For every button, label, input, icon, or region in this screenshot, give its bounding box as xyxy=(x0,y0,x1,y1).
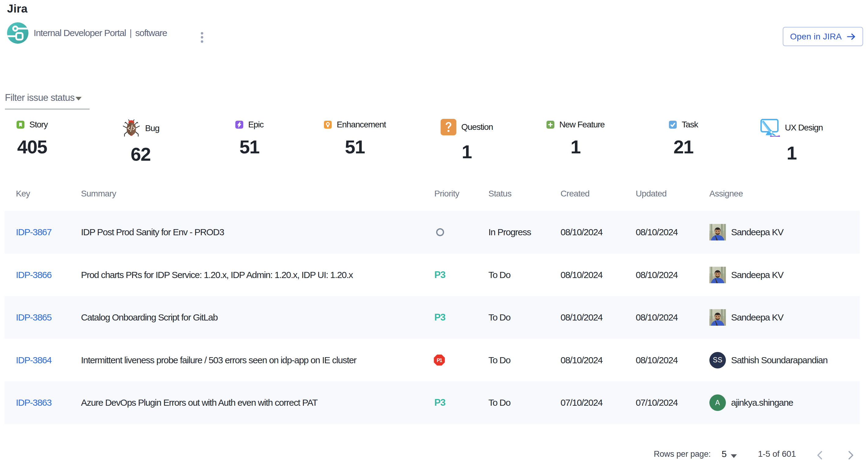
filter-underline xyxy=(5,109,90,109)
issue-key-link[interactable]: IDP-3866 xyxy=(16,270,51,280)
table-row[interactable]: IDP-3863 Azure DevOps Plugin Errors out … xyxy=(5,381,860,424)
assignee-cell: SS Sathish Soundarapandian xyxy=(709,339,827,381)
entity-separator: | xyxy=(130,28,132,38)
issue-updated: 08/10/2024 xyxy=(636,296,678,339)
issue-updated: 08/10/2024 xyxy=(636,254,678,296)
question-count: 1 xyxy=(462,141,472,163)
table-row[interactable]: IDP-3864 Intermittent liveness probe fai… xyxy=(0,339,868,381)
issue-key-link[interactable]: IDP-3865 xyxy=(16,312,51,323)
column-header-updated[interactable]: Updated xyxy=(636,187,666,200)
counter-header: UX Design xyxy=(761,119,823,137)
assignee-name: Sathish Soundarapandian xyxy=(731,355,827,365)
task-icon xyxy=(669,121,677,129)
priority-cell: P3 xyxy=(434,381,445,424)
column-header-summary[interactable]: Summary xyxy=(81,187,116,200)
issue-status: To Do xyxy=(488,296,510,339)
issue-updated: 08/10/2024 xyxy=(636,211,678,254)
assignee-cell: Sandeepa KV xyxy=(709,211,783,254)
counter-bug: Bug 62 xyxy=(122,119,159,165)
counter-ux-design: UX Design 1 xyxy=(761,119,823,164)
issue-key-link[interactable]: IDP-3867 xyxy=(16,227,51,237)
issue-status: In Progress xyxy=(488,211,531,254)
entity-header: Internal Developer Portal|software xyxy=(7,22,167,44)
issue-summary: Azure DevOps Plugin Errors out with Auth… xyxy=(81,381,317,424)
page-title: Jira xyxy=(7,2,28,15)
new-feature-icon xyxy=(547,121,554,129)
counter-label: Epic xyxy=(248,118,264,131)
assignee-cell: Sandeepa KV xyxy=(709,296,783,339)
assignee-avatar-photo xyxy=(709,267,726,283)
project-avatar-icon xyxy=(7,22,28,44)
counter-header: Question xyxy=(440,119,493,135)
column-header-assignee[interactable]: Assignee xyxy=(709,187,743,200)
counter-header: Enhancement xyxy=(324,118,386,131)
issue-created: 08/10/2024 xyxy=(561,339,602,381)
open-in-jira-button[interactable]: Open in JIRA xyxy=(783,27,863,46)
story-count: 405 xyxy=(17,136,47,158)
counter-header: Story xyxy=(17,118,48,131)
issue-summary: Catalog Onboarding Script for GitLab xyxy=(81,296,218,339)
key-cell: IDP-3866 xyxy=(16,254,51,296)
pagination-range-label: 1-5 of 601 xyxy=(758,449,796,459)
svg-text:P1: P1 xyxy=(437,358,442,363)
entity-name: Internal Developer Portal|software xyxy=(34,28,167,38)
counter-story: Story 405 xyxy=(17,118,48,158)
issue-updated: 07/10/2024 xyxy=(636,381,678,424)
ux-design-count: 1 xyxy=(787,142,797,164)
column-header-status[interactable]: Status xyxy=(488,187,511,200)
more-options-icon[interactable] xyxy=(201,32,203,43)
key-cell: IDP-3865 xyxy=(16,296,51,339)
arrow-right-icon xyxy=(847,32,856,41)
assignee-avatar-initials: A xyxy=(709,394,726,411)
priority-p3-badge: P3 xyxy=(434,269,445,280)
issue-updated: 08/10/2024 xyxy=(636,339,678,381)
caret-down-icon xyxy=(75,97,82,101)
column-header-key[interactable]: Key xyxy=(16,187,30,200)
counter-header: Epic xyxy=(235,118,264,131)
table-row[interactable]: IDP-3865 Catalog Onboarding Script for G… xyxy=(5,296,860,339)
issue-summary: Prod charts PRs for IDP Service: 1.20.x,… xyxy=(81,254,353,296)
next-page-button[interactable] xyxy=(844,449,857,461)
priority-none-icon xyxy=(436,228,444,236)
key-cell: IDP-3864 xyxy=(16,339,51,381)
counter-header: Bug xyxy=(122,119,159,138)
task-count: 21 xyxy=(674,136,693,158)
issue-created: 07/10/2024 xyxy=(561,381,602,424)
issue-created: 08/10/2024 xyxy=(561,211,602,254)
rows-per-page-select[interactable]: 5 xyxy=(722,449,727,459)
enhancement-icon xyxy=(324,121,332,129)
priority-cell: P3 xyxy=(434,254,445,296)
counter-header: Task xyxy=(669,118,698,131)
question-icon xyxy=(440,119,456,135)
assignee-name: Sandeepa KV xyxy=(731,270,783,280)
column-header-created[interactable]: Created xyxy=(561,187,590,200)
enhancement-count: 51 xyxy=(345,136,365,158)
counter-label: Bug xyxy=(145,122,159,135)
assignee-name: ajinkya.shingane xyxy=(731,397,793,408)
counter-label: Task xyxy=(682,118,698,131)
issue-status: To Do xyxy=(488,254,510,296)
assignee-name: Sandeepa KV xyxy=(731,312,783,323)
epic-count: 51 xyxy=(240,136,259,158)
issue-key-link[interactable]: IDP-3864 xyxy=(16,355,51,365)
table-row[interactable]: IDP-3866 Prod charts PRs for IDP Service… xyxy=(0,254,868,296)
rows-per-page-caret-icon[interactable] xyxy=(731,454,737,458)
issue-created: 08/10/2024 xyxy=(561,254,602,296)
rows-per-page-label: Rows per page: xyxy=(654,450,711,459)
counter-label: Question xyxy=(461,120,493,134)
table-row[interactable]: IDP-3867 IDP Post Prod Sanity for Env - … xyxy=(5,211,860,254)
priority-cell xyxy=(434,211,444,254)
counter-new-feature: New Feature 1 xyxy=(547,118,604,158)
story-icon xyxy=(17,121,25,129)
priority-cell: P3 xyxy=(434,296,445,339)
issue-created: 08/10/2024 xyxy=(561,296,602,339)
counter-epic: Epic 51 xyxy=(235,118,264,158)
priority-p3-badge: P3 xyxy=(434,312,445,323)
column-header-priority[interactable]: Priority xyxy=(434,187,459,200)
assignee-avatar-initials: SS xyxy=(709,352,726,368)
key-cell: IDP-3867 xyxy=(16,211,51,254)
issue-key-link[interactable]: IDP-3863 xyxy=(16,397,51,408)
filter-issue-status-dropdown[interactable]: Filter issue status xyxy=(5,91,82,104)
previous-page-button[interactable] xyxy=(814,449,827,461)
assignee-name: Sandeepa KV xyxy=(731,227,783,237)
